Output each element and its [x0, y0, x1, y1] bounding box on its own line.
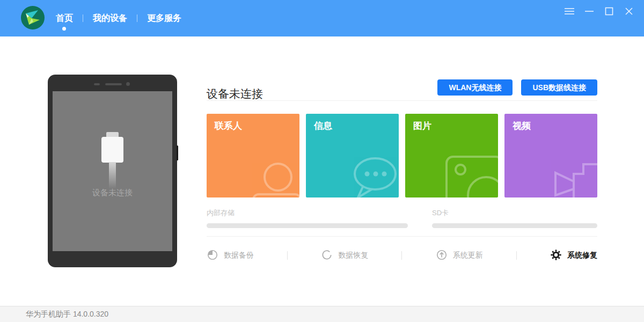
main-nav: 首页 我的设备 更多服务	[56, 0, 181, 36]
action-system-repair-label: 系统修复	[567, 251, 597, 260]
nav-item-my-devices[interactable]: 我的设备	[93, 0, 127, 36]
phone-side-button	[177, 145, 178, 160]
contacts-icon	[243, 160, 299, 197]
window-controls	[559, 0, 639, 23]
action-system-repair[interactable]: 系统修复	[550, 249, 597, 262]
section-divider	[207, 100, 597, 101]
active-tab-dot	[62, 27, 66, 31]
usb-cable-icon	[109, 162, 116, 189]
device-status-text: 设备未连接	[53, 188, 172, 198]
action-divider	[516, 251, 517, 260]
hisuite-logo-icon	[20, 5, 45, 30]
card-messages-label: 信息	[314, 120, 332, 132]
close-icon[interactable]	[619, 0, 639, 23]
nav-divider	[83, 14, 83, 22]
internal-storage-bar	[207, 223, 408, 228]
hisuite-window: 首页 我的设备 更多服务	[0, 0, 644, 322]
action-divider	[287, 251, 288, 260]
action-data-backup[interactable]: 数据备份	[207, 249, 254, 262]
nav-item-more-services[interactable]: 更多服务	[147, 0, 181, 36]
status-bar: 华为手机助手 14.0.0.320	[0, 306, 644, 322]
connection-buttons: WLAN无线连接 USB数据线连接	[207, 79, 597, 96]
header: 首页 我的设备 更多服务	[0, 0, 644, 36]
quick-actions: 数据备份 数据恢复 系统更新	[207, 246, 597, 265]
nav-item-more-services-label: 更多服务	[147, 13, 181, 24]
action-system-update-label: 系统更新	[453, 251, 483, 260]
backup-icon	[207, 249, 218, 262]
repair-icon	[550, 249, 562, 262]
phone-screen: 设备未连接	[53, 91, 172, 251]
action-system-update[interactable]: 系统更新	[436, 249, 483, 262]
pictures-icon	[442, 152, 498, 197]
nav-item-my-devices-label: 我的设备	[93, 13, 127, 24]
videos-icon	[543, 155, 597, 197]
phone-camera-icon	[126, 82, 130, 86]
action-data-restore[interactable]: 数据恢复	[321, 249, 368, 262]
nav-item-home[interactable]: 首页	[56, 0, 73, 36]
action-divider	[401, 251, 402, 260]
maximize-icon[interactable]	[599, 0, 619, 23]
restore-icon	[321, 249, 333, 262]
card-contacts-label: 联系人	[215, 120, 242, 132]
internal-storage: 内部存储	[207, 208, 408, 228]
nav-item-home-label: 首页	[56, 13, 73, 24]
update-icon	[436, 249, 448, 262]
sd-card-storage: SD卡	[432, 208, 597, 228]
section-divider	[207, 236, 597, 237]
card-pictures-label: 图片	[413, 120, 431, 132]
card-videos[interactable]: 视频	[504, 114, 597, 197]
menu-icon[interactable]	[559, 0, 579, 23]
card-messages[interactable]: 信息	[306, 114, 399, 197]
phone-speaker-icon	[94, 83, 100, 85]
phone-earpiece-icon	[105, 83, 122, 85]
category-cards: 联系人 信息 图片	[207, 114, 597, 197]
card-videos-label: 视频	[513, 120, 531, 132]
action-data-backup-label: 数据备份	[224, 251, 254, 260]
sd-card-storage-bar	[432, 223, 597, 228]
usb-connect-button[interactable]: USB数据线连接	[521, 79, 597, 96]
sd-card-storage-label: SD卡	[432, 208, 597, 218]
messages-icon	[343, 153, 399, 197]
action-data-restore-label: 数据恢复	[338, 251, 368, 260]
minimize-icon[interactable]	[579, 0, 599, 23]
nav-divider	[137, 14, 137, 22]
card-pictures[interactable]: 图片	[405, 114, 498, 197]
wlan-connect-button[interactable]: WLAN无线连接	[437, 79, 513, 96]
internal-storage-label: 内部存储	[207, 208, 408, 218]
device-illustration: 设备未连接	[48, 75, 177, 267]
app-version-text: 华为手机助手 14.0.0.320	[26, 306, 644, 322]
card-contacts[interactable]: 联系人	[207, 114, 299, 197]
